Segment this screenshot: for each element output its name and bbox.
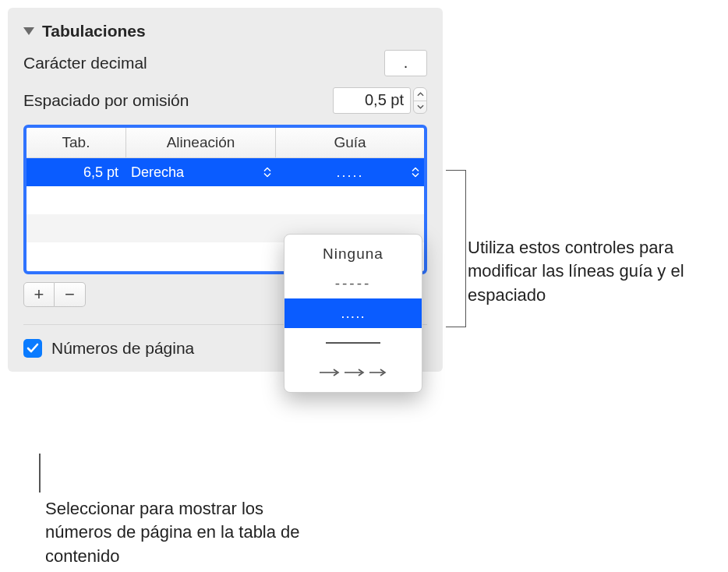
- spacing-label: Espaciado por omisión: [23, 91, 189, 110]
- callout-right: Utiliza estos controles para modificar l…: [468, 236, 717, 307]
- section-header[interactable]: Tabulaciones: [23, 22, 427, 41]
- callout-lead-bottom: [39, 454, 41, 493]
- page-numbers-checkbox[interactable]: [23, 339, 42, 358]
- col-tab[interactable]: Tab.: [27, 128, 126, 157]
- disclosure-triangle-icon[interactable]: [23, 27, 34, 35]
- check-icon: [27, 343, 39, 354]
- col-align[interactable]: Alineación: [126, 128, 276, 157]
- decimal-input[interactable]: .: [384, 50, 427, 76]
- col-guide[interactable]: Guía: [276, 128, 424, 157]
- leader-option-dots[interactable]: .....: [284, 298, 422, 328]
- popup-arrows-icon: [412, 168, 419, 178]
- guide-leader-popup[interactable]: Ninguna ----- .....: [284, 234, 422, 393]
- spacing-row: Espaciado por omisión 0,5 pt: [23, 87, 427, 114]
- cell-guide[interactable]: .....: [276, 164, 424, 181]
- decimal-label: Carácter decimal: [23, 54, 147, 72]
- decimal-row: Carácter decimal .: [23, 50, 427, 76]
- spacing-input[interactable]: 0,5 pt: [333, 87, 411, 114]
- cell-guide-value: .....: [336, 164, 363, 180]
- leader-option-dashes[interactable]: -----: [284, 269, 422, 298]
- add-button[interactable]: +: [23, 282, 55, 307]
- table-row[interactable]: 6,5 pt Derecha .....: [27, 158, 424, 186]
- cell-align[interactable]: Derecha: [126, 164, 276, 181]
- solid-line-icon: [326, 342, 380, 344]
- stepper-up-icon[interactable]: [414, 88, 426, 101]
- cell-align-value: Derecha: [131, 164, 184, 181]
- cell-tab[interactable]: 6,5 pt: [27, 164, 126, 181]
- section-title: Tabulaciones: [42, 22, 146, 41]
- spacing-stepper[interactable]: [413, 87, 427, 114]
- leader-option-none[interactable]: Ninguna: [284, 239, 422, 269]
- table-row[interactable]: [27, 186, 424, 214]
- leader-option-solid[interactable]: [284, 328, 422, 358]
- arrows-icon: [318, 367, 388, 378]
- page-numbers-label: Números de página: [51, 339, 194, 358]
- table-header: Tab. Alineación Guía: [27, 128, 424, 158]
- leader-option-arrows[interactable]: [284, 358, 422, 387]
- popup-arrows-icon: [263, 168, 271, 178]
- remove-button[interactable]: −: [55, 282, 86, 307]
- stepper-down-icon[interactable]: [414, 101, 426, 114]
- callout-lead-right: [446, 170, 466, 327]
- callout-bottom: Seleccionar para mostrar los números de …: [45, 497, 302, 568]
